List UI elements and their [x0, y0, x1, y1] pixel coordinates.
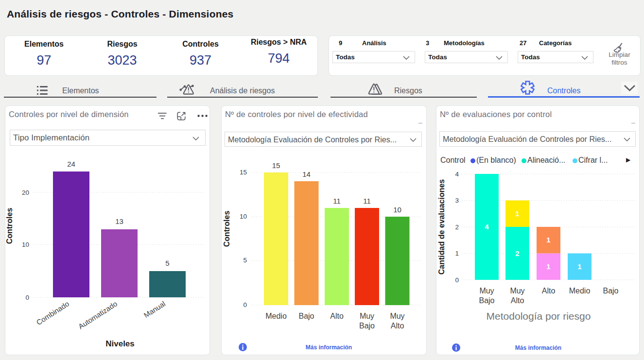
svg-text:Metodología por riesgo: Metodología por riesgo — [487, 310, 591, 322]
svg-text:10: 10 — [22, 241, 29, 248]
svg-text:Manual: Manual — [142, 299, 167, 319]
svg-text:Controles: Controles — [223, 211, 231, 247]
svg-text:Automatizado: Automatizado — [77, 299, 119, 330]
svg-text:Combinado: Combinado — [35, 299, 71, 326]
svg-text:15: 15 — [240, 169, 247, 176]
svg-text:Medio: Medio — [265, 312, 287, 320]
svg-text:Muy: Muy — [360, 312, 374, 320]
svg-text:Bajo: Bajo — [603, 287, 618, 295]
svg-text:Muy: Muy — [479, 287, 494, 295]
svg-text:Alto: Alto — [542, 287, 556, 295]
svg-text:1: 1 — [546, 262, 550, 271]
svg-text:20: 20 — [22, 189, 29, 196]
svg-text:15: 15 — [272, 161, 280, 170]
svg-text:Cantidad de evaluaciones: Cantidad de evaluaciones — [437, 179, 446, 275]
svg-text:10: 10 — [240, 213, 247, 220]
svg-text:2: 2 — [455, 223, 459, 231]
svg-text:3: 3 — [455, 197, 459, 204]
svg-text:1: 1 — [515, 209, 519, 218]
svg-text:Alto: Alto — [511, 296, 524, 305]
svg-text:4: 4 — [485, 223, 489, 231]
svg-text:Medio: Medio — [569, 287, 591, 295]
svg-text:4: 4 — [455, 171, 459, 178]
svg-text:Muy: Muy — [390, 312, 404, 320]
svg-text:11: 11 — [363, 197, 371, 205]
svg-text:1: 1 — [577, 262, 581, 271]
svg-text:2: 2 — [515, 249, 519, 257]
svg-text:5: 5 — [243, 257, 247, 264]
svg-text:0: 0 — [243, 301, 247, 309]
svg-text:Bajo: Bajo — [359, 322, 375, 330]
svg-text:13: 13 — [115, 217, 123, 225]
svg-text:Bajo: Bajo — [298, 312, 314, 320]
svg-text:Controles: Controles — [5, 208, 14, 244]
svg-text:14: 14 — [302, 170, 311, 178]
svg-text:11: 11 — [333, 197, 341, 205]
svg-text:Muy: Muy — [510, 287, 524, 295]
svg-text:Alto: Alto — [330, 312, 344, 320]
svg-text:24: 24 — [67, 160, 75, 168]
svg-text:5: 5 — [165, 259, 169, 267]
svg-text:1: 1 — [546, 236, 550, 244]
svg-text:0: 0 — [455, 276, 459, 284]
svg-text:Niveles: Niveles — [105, 339, 135, 348]
svg-text:1: 1 — [455, 250, 459, 257]
svg-text:Alto: Alto — [391, 322, 404, 330]
svg-text:10: 10 — [393, 206, 401, 214]
svg-text:Bajo: Bajo — [479, 296, 494, 305]
svg-text:0: 0 — [25, 294, 29, 301]
